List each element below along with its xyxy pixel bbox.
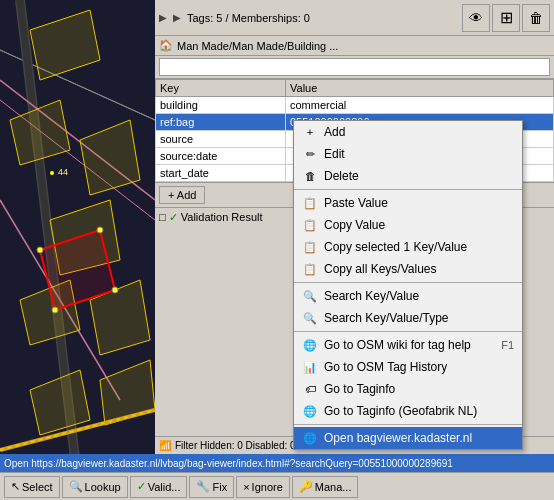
search-row xyxy=(155,56,554,79)
svg-point-18 xyxy=(97,227,103,233)
menu-item-shortcut: F1 xyxy=(501,339,514,351)
menu-item-icon: 🗑 xyxy=(302,168,318,184)
svg-text:44: 44 xyxy=(58,167,68,177)
object-name-row: 🏠 Man Made/Man Made/Building ... xyxy=(155,36,554,56)
cell-key: ref:bag xyxy=(156,114,286,131)
menu-item-icon: 📋 xyxy=(302,261,318,277)
menu-item-icon: 🔍 xyxy=(302,288,318,304)
grid-button[interactable]: ⊞ xyxy=(492,4,520,32)
menu-item-label: Go to Taginfo (Geofabrik NL) xyxy=(324,404,477,418)
menu-item-icon: 🌐 xyxy=(302,430,318,446)
add-button-label: + Add xyxy=(168,189,196,201)
mana-label: Mana... xyxy=(315,481,352,493)
tags-count: Tags: 5 / Memberships: 0 xyxy=(187,12,310,24)
context-menu-item[interactable]: 🌐Go to Taginfo (Geofabrik NL) xyxy=(294,400,522,422)
menu-item-label: Go to Taginfo xyxy=(324,382,395,396)
status-bar: Open https://bagviewer.kadaster.nl/lvbag… xyxy=(0,454,554,472)
lookup-button[interactable]: 🔍Lookup xyxy=(62,476,128,498)
ignore-button[interactable]: ×Ignore xyxy=(236,476,290,498)
col-value-header: Value xyxy=(286,80,554,97)
menu-item-icon: 📊 xyxy=(302,359,318,375)
menu-item-label: Delete xyxy=(324,169,359,183)
delete-icon: 🗑 xyxy=(529,10,543,26)
lookup-icon: 🔍 xyxy=(69,480,83,493)
context-menu-item[interactable]: 📋Copy selected 1 Key/Value xyxy=(294,236,522,258)
filter-label: Filter Hidden: 0 Disabled: 0 xyxy=(175,440,296,451)
menu-separator xyxy=(294,189,522,190)
object-name: Man Made/Man Made/Building ... xyxy=(177,40,338,52)
context-menu-item[interactable]: 📋Copy Value xyxy=(294,214,522,236)
map-area[interactable]: 44 xyxy=(0,0,155,500)
fix-button[interactable]: 🔧Fix xyxy=(189,476,234,498)
cell-key: building xyxy=(156,97,286,114)
context-menu-item[interactable]: 🌐Open bagviewer.kadaster.nl xyxy=(294,427,522,449)
status-url: Open https://bagviewer.kadaster.nl/lvbag… xyxy=(4,458,453,469)
svg-point-17 xyxy=(37,247,43,253)
eye-button[interactable]: 👁 xyxy=(462,4,490,32)
mana-button[interactable]: 🔑Mana... xyxy=(292,476,359,498)
context-menu-item[interactable]: 🌐Go to OSM wiki for tag helpF1 xyxy=(294,334,522,356)
table-row[interactable]: buildingcommercial xyxy=(156,97,554,114)
cell-key: source:date xyxy=(156,148,286,165)
ignore-label: Ignore xyxy=(252,481,283,493)
cell-key: start_date xyxy=(156,165,286,182)
menu-item-icon: ✏ xyxy=(302,146,318,162)
search-input[interactable] xyxy=(159,58,550,76)
menu-item-label: Go to OSM Tag History xyxy=(324,360,447,374)
map-canvas: 44 xyxy=(0,0,155,500)
svg-point-22 xyxy=(50,171,54,175)
menu-separator xyxy=(294,424,522,425)
validation-label: Validation Result xyxy=(181,211,263,223)
grid-icon: ⊞ xyxy=(500,8,513,27)
fix-icon: 🔧 xyxy=(196,480,210,493)
context-menu-item[interactable]: 🔍Search Key/Value/Type xyxy=(294,307,522,329)
menu-item-icon: 📋 xyxy=(302,195,318,211)
select-button[interactable]: ↖Select xyxy=(4,476,60,498)
menu-item-label: Copy Value xyxy=(324,218,385,232)
menu-item-icon: 🌐 xyxy=(302,337,318,353)
select-icon: ↖ xyxy=(11,480,20,493)
menu-separator xyxy=(294,331,522,332)
context-menu-item[interactable]: +Add xyxy=(294,121,522,143)
menu-item-icon: 🌐 xyxy=(302,403,318,419)
context-menu-item[interactable]: ✏Edit xyxy=(294,143,522,165)
context-menu-item[interactable]: 🗑Delete xyxy=(294,165,522,187)
menu-item-label: Add xyxy=(324,125,345,139)
valid-button[interactable]: ✓Valid... xyxy=(130,476,188,498)
menu-item-icon: 📋 xyxy=(302,239,318,255)
menu-item-icon: + xyxy=(302,124,318,140)
context-menu-item[interactable]: 📊Go to OSM Tag History xyxy=(294,356,522,378)
fix-label: Fix xyxy=(212,481,227,493)
menu-item-label: Copy all Keys/Values xyxy=(324,262,437,276)
menu-item-icon: 🔍 xyxy=(302,310,318,326)
lookup-label: Lookup xyxy=(85,481,121,493)
select-label: Select xyxy=(22,481,53,493)
wifi-icon: 📶 xyxy=(159,440,171,451)
eye-icon: 👁 xyxy=(469,10,483,26)
cell-key: source xyxy=(156,131,286,148)
context-menu-item[interactable]: 🏷Go to Taginfo xyxy=(294,378,522,400)
menu-item-label: Search Key/Value/Type xyxy=(324,311,449,325)
menu-item-label: Search Key/Value xyxy=(324,289,419,303)
col-key-header: Key xyxy=(156,80,286,97)
context-menu-item[interactable]: 📋Paste Value xyxy=(294,192,522,214)
context-menu-item[interactable]: 🔍Search Key/Value xyxy=(294,285,522,307)
cell-value: commercial xyxy=(286,97,554,114)
menu-item-label: Open bagviewer.kadaster.nl xyxy=(324,431,472,445)
menu-item-label: Copy selected 1 Key/Value xyxy=(324,240,467,254)
mana-icon: 🔑 xyxy=(299,480,313,493)
svg-point-19 xyxy=(112,287,118,293)
menu-separator xyxy=(294,282,522,283)
valid-label: Valid... xyxy=(148,481,181,493)
svg-point-20 xyxy=(52,307,58,313)
toolbar: ▶ ▶ Tags: 5 / Memberships: 0 👁 ⊞ 🗑 xyxy=(155,0,554,36)
object-icon: 🏠 xyxy=(159,39,173,52)
add-button[interactable]: + Add xyxy=(159,186,205,204)
delete-button[interactable]: 🗑 xyxy=(522,4,550,32)
menu-item-icon: 🏷 xyxy=(302,381,318,397)
ignore-icon: × xyxy=(243,481,249,493)
menu-item-label: Go to OSM wiki for tag help xyxy=(324,338,471,352)
context-menu: +Add✏Edit🗑Delete📋Paste Value📋Copy Value📋… xyxy=(293,120,523,450)
context-menu-item[interactable]: 📋Copy all Keys/Values xyxy=(294,258,522,280)
check-icon: ✓ xyxy=(137,480,146,493)
